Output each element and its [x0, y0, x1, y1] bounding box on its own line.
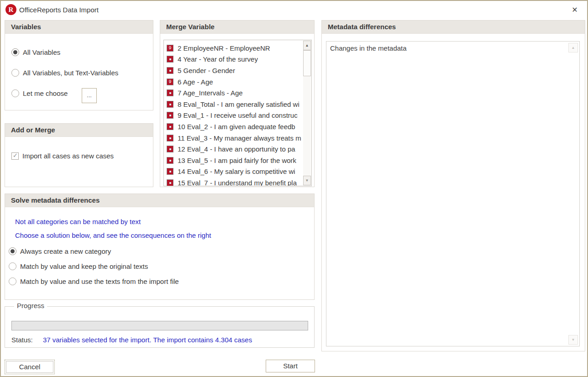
variables-panel: Variables All Variables All Variables, b… — [5, 20, 153, 110]
variable-type-icon — [167, 89, 173, 96]
merge-variable-panel: Merge Variable 2 EmployeeNR - EmployeeNR… — [160, 20, 315, 187]
variables-option-row: Let me choose — [11, 89, 118, 97]
variable-type-icon — [167, 146, 173, 152]
merge-variable-panel-title: Merge Variable — [160, 21, 314, 34]
solve-option-row: Always create a new category — [9, 247, 179, 255]
variable-type-icon — [167, 67, 173, 74]
variable-type-icon — [167, 112, 173, 119]
list-item[interactable]: 15 Eval_7 - I understand my benefit pla — [167, 177, 302, 186]
solve-radio-group: Always create a new category Match by va… — [9, 247, 179, 293]
list-item[interactable]: 9 Eval_1 - I receive useful and construc — [167, 110, 302, 121]
variable-type-icon — [167, 135, 173, 141]
status-message: 37 variables selected for the import. Th… — [43, 336, 252, 344]
variable-label: 10 Eval_2 - I am given adequate feedb — [178, 123, 295, 131]
variable-type-icon — [167, 168, 173, 175]
radio-button[interactable] — [11, 69, 19, 77]
scrollbar-thumb[interactable] — [303, 50, 311, 76]
add-or-merge-panel: Add or Merge Import all cases as new cas… — [5, 123, 153, 187]
variable-label: 4 Year - Year of the survey — [178, 55, 258, 63]
variable-label: 12 Eval_4 - I have an opportunity to pa — [178, 145, 295, 153]
variable-label: 8 Eval_Total - I am generally satisfied … — [178, 100, 299, 108]
choose-variables-button[interactable]: ... — [82, 88, 97, 103]
merge-variable-rows: 2 EmployeeNR - EmployeeNR 4 Year - Year … — [164, 40, 311, 186]
radio-label: All Variables — [23, 48, 60, 56]
variable-type-icon — [167, 79, 173, 85]
close-icon[interactable]: ✕ — [570, 5, 580, 15]
scroll-up-icon[interactable]: ▲ — [568, 43, 578, 52]
variable-label: 7 Age_Intervals - Age — [178, 89, 243, 97]
variable-type-icon — [167, 157, 173, 164]
variables-panel-title: Variables — [5, 21, 153, 34]
checkbox-label: Import all cases as new cases — [22, 152, 114, 160]
variable-type-icon — [167, 179, 173, 186]
variables-radio-group: All Variables All Variables, but Text-Va… — [11, 48, 118, 110]
variables-option-row: All Variables, but Text-Variables — [11, 69, 118, 77]
list-item[interactable]: 7 Age_Intervals - Age — [167, 87, 302, 99]
scroll-down-icon[interactable]: ▼ — [568, 335, 578, 345]
list-item[interactable]: 14 Eval_6 - My salary is competitive wi — [167, 166, 302, 178]
list-item[interactable]: 4 Year - Year of the survey — [167, 54, 302, 65]
window-title: OfficeReports Data Import — [19, 6, 99, 14]
variable-type-icon — [167, 56, 173, 63]
list-item[interactable]: 5 Gender - Gender — [167, 65, 302, 76]
radio-button[interactable] — [11, 48, 19, 56]
radio-label: Match by value and use the texts from th… — [20, 278, 179, 285]
scroll-up-icon[interactable]: ▲ — [303, 41, 311, 50]
metadata-changes-box[interactable]: Changes in the metadata ▲ ▼ — [326, 41, 580, 346]
solve-metadata-panel-title: Solve metadata differences — [5, 194, 314, 207]
data-import-dialog: R OfficeReports Data Import ✕ Variables … — [0, 0, 588, 377]
solve-option-row: Match by value and keep the original tex… — [9, 262, 179, 270]
solve-metadata-panel: Solve metadata differences Not all categ… — [5, 194, 315, 300]
solve-message-line1: Not all categories can be matched by tex… — [15, 218, 141, 225]
variable-type-icon — [167, 101, 173, 108]
scroll-down-icon[interactable]: ▼ — [303, 176, 311, 185]
cancel-button[interactable]: Cancel — [6, 361, 53, 373]
variable-type-icon — [167, 45, 173, 52]
radio-label: Match by value and keep the original tex… — [20, 262, 148, 270]
progress-group-label: Progress — [14, 302, 47, 309]
title-bar: R OfficeReports Data Import ✕ — [1, 1, 587, 19]
import-new-cases-row: Import all cases as new cases — [11, 152, 114, 160]
variable-label: 11 Eval_3 - My manager always treats m — [178, 134, 301, 142]
radio-label: Always create a new category — [20, 247, 111, 255]
variable-label: 9 Eval_1 - I receive useful and construc — [178, 111, 298, 119]
import-new-cases-checkbox[interactable] — [11, 152, 19, 160]
progress-bar — [11, 321, 308, 330]
variable-type-icon — [167, 123, 173, 130]
variable-label: 6 Age - Age — [178, 78, 213, 86]
list-scrollbar[interactable]: ▲ ▼ — [303, 41, 311, 185]
status-row: Status: 37 variables selected for the im… — [11, 336, 252, 344]
solve-message-line2: Choose a solution below, and see the con… — [15, 231, 211, 239]
list-item[interactable]: 2 EmployeeNR - EmployeeNR — [167, 42, 302, 54]
variable-label: 2 EmployeeNR - EmployeeNR — [178, 44, 270, 52]
radio-button[interactable] — [9, 278, 16, 285]
metadata-changes-text: Changes in the metadata — [330, 44, 407, 52]
metadata-differences-panel-title: Metadata differences — [322, 21, 585, 34]
radio-label: Let me choose — [23, 89, 68, 97]
variable-label: 14 Eval_6 - My salary is competitive wi — [178, 168, 295, 175]
radio-button[interactable] — [9, 262, 16, 270]
start-button[interactable]: Start — [266, 360, 315, 372]
radio-button[interactable] — [11, 89, 19, 97]
variables-option-row: All Variables — [11, 48, 118, 56]
merge-variable-list[interactable]: 2 EmployeeNR - EmployeeNR 4 Year - Year … — [163, 40, 312, 186]
variable-label: 15 Eval_7 - I understand my benefit pla — [178, 179, 297, 186]
list-item[interactable]: 10 Eval_2 - I am given adequate feedb — [167, 121, 302, 132]
radio-label: All Variables, but Text-Variables — [23, 69, 118, 77]
list-item[interactable]: 6 Age - Age — [167, 76, 302, 88]
variable-label: 13 Eval_5 - I am paid fairly for the wor… — [178, 157, 296, 164]
add-or-merge-panel-title: Add or Merge — [5, 124, 153, 137]
list-item[interactable]: 8 Eval_Total - I am generally satisfied … — [167, 99, 302, 110]
officereports-logo-icon: R — [5, 4, 16, 15]
list-item[interactable]: 12 Eval_4 - I have an opportunity to pa — [167, 143, 302, 155]
progress-group: Progress Status: 37 variables selected f… — [5, 306, 315, 348]
status-label: Status: — [11, 336, 33, 344]
list-item[interactable]: 13 Eval_5 - I am paid fairly for the wor… — [167, 155, 302, 166]
variable-label: 5 Gender - Gender — [178, 67, 235, 74]
metadata-differences-panel: Metadata differences Changes in the meta… — [321, 20, 585, 351]
solve-option-row: Match by value and use the texts from th… — [9, 278, 179, 285]
radio-button[interactable] — [9, 247, 16, 255]
list-item[interactable]: 11 Eval_3 - My manager always treats m — [167, 132, 302, 144]
